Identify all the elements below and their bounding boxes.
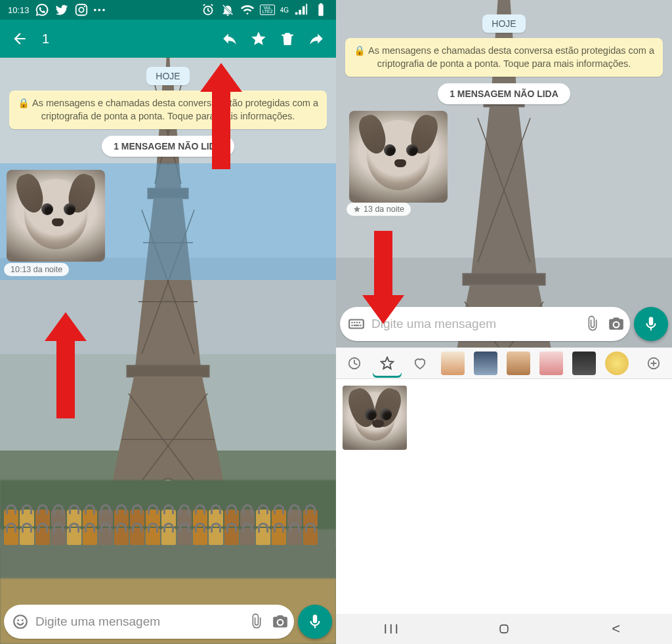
home-nav-button[interactable] [448,622,560,635]
sticker-pack-5[interactable] [570,349,598,378]
lock-icon: 🔒 [18,97,30,110]
dog-sticker-image [349,111,448,203]
lock-icon: 🔒 [354,45,366,58]
svg-point-20 [14,615,27,628]
alarm-icon [201,3,215,17]
svg-rect-32 [351,322,352,323]
svg-rect-34 [356,322,358,323]
message-input-bar: Digite uma mensagem [4,605,332,639]
date-chip: HOJE [482,14,525,33]
sticker-pack-1[interactable] [438,349,467,378]
selection-action-bar: 1 [0,20,336,58]
sticker-pack-4[interactable] [537,349,566,378]
reaction-stickers-tab[interactable] [406,349,434,378]
screenshot-left: 10:13 ••• VoLLTE2 [0,0,336,644]
volte-badge: VoLLTE2 [260,5,274,14]
encryption-notice[interactable]: 🔒As mensagens e chamadas desta conversa … [345,38,663,77]
add-sticker-pack-button[interactable] [639,349,668,378]
screenshot-right: HOJE 🔒As mensagens e chamadas desta conv… [336,0,672,644]
svg-rect-31 [349,320,364,329]
svg-point-16 [83,6,85,7]
svg-rect-36 [351,325,352,326]
back-nav-button[interactable]: < [560,620,672,637]
sticker-pack-2[interactable] [471,349,500,378]
back-button[interactable] [5,24,34,53]
favorite-stickers-tab[interactable] [373,349,402,378]
star-button[interactable] [244,24,273,53]
unread-messages-chip: 1 MENSAGEM NÃO LIDA [438,83,570,104]
battery-icon [314,3,328,17]
delete-button[interactable] [273,24,302,53]
camera-button[interactable] [608,315,625,332]
encryption-notice[interactable]: 🔒As mensagens e chamadas desta conversa … [9,91,327,129]
attach-button[interactable] [248,613,265,630]
android-status-bar: 10:13 ••• VoLLTE2 [0,0,336,20]
sticker-picker-tabs [336,348,672,379]
voice-message-button[interactable] [298,605,332,639]
incoming-sticker-message[interactable] [349,111,448,203]
starred-icon [353,205,361,213]
svg-rect-38 [360,325,361,326]
signal-icon [294,3,308,17]
attach-button[interactable] [584,315,601,332]
sticker-pack-6[interactable] [602,349,631,378]
twitter-icon [54,3,69,17]
message-timestamp: 13 da noite [346,203,411,216]
more-notifications-icon: ••• [94,5,107,15]
emoji-button[interactable] [12,613,29,630]
svg-point-15 [79,7,83,12]
selected-message-row[interactable]: 10:13 da noite [0,163,336,280]
whatsapp-icon [35,3,49,17]
svg-rect-35 [359,322,360,323]
instagram-icon [74,3,89,17]
camera-button[interactable] [272,613,289,630]
reply-button[interactable] [215,24,244,53]
message-placeholder: Digite uma mensagem [35,614,242,629]
svg-rect-33 [354,322,355,323]
svg-point-22 [22,619,24,621]
date-chip: HOJE [146,67,189,85]
favorite-stickers-grid[interactable] [336,379,672,644]
recent-stickers-tab[interactable] [340,349,369,378]
android-nav-bar: III < [336,614,672,644]
message-timestamp: 10:13 da noite [4,263,69,276]
svg-rect-37 [354,325,360,326]
annotation-arrow-input [364,231,403,324]
selected-message-count: 1 [34,31,215,47]
sticker-picker-panel [336,348,672,644]
voice-message-button[interactable] [634,307,668,341]
sticker-pack-3[interactable] [504,349,533,378]
mute-icon [220,3,235,17]
network-type: 4G [280,7,289,14]
incoming-sticker-message[interactable] [7,170,105,262]
favorite-sticker-item[interactable] [343,386,407,450]
message-input[interactable]: Digite uma mensagem [4,605,294,639]
dog-sticker-image [7,170,105,262]
forward-button[interactable] [302,24,331,53]
annotation-arrow-sticker [46,312,85,418]
wifi-icon [240,3,255,17]
annotation-arrow-star [201,63,241,169]
recents-nav-button[interactable]: III [336,622,448,637]
svg-rect-41 [500,625,508,633]
svg-point-21 [17,619,19,621]
status-time: 10:13 [8,5,30,15]
